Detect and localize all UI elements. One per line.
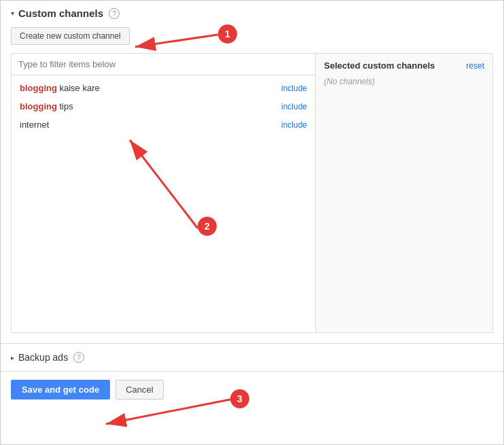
save-button[interactable]: Save and get code xyxy=(11,380,110,399)
backup-help-icon[interactable]: ? xyxy=(73,352,84,363)
collapse-arrow-icon[interactable]: ▾ xyxy=(11,10,14,17)
bottom-bar: Save and get code Cancel xyxy=(1,372,503,408)
channel-name-2: blogging tips xyxy=(20,101,73,111)
right-panel: Selected custom channels reset (No chann… xyxy=(316,54,492,332)
right-panel-header: Selected custom channels reset xyxy=(324,60,484,71)
include-link-2[interactable]: include xyxy=(281,102,307,111)
no-channels-label: (No channels) xyxy=(324,77,375,86)
help-icon[interactable]: ? xyxy=(109,8,120,19)
backup-header: ▸ Backup ads ? xyxy=(11,352,493,363)
list-item: blogging kaise kare include xyxy=(12,79,315,97)
page-wrapper: 1 2 3 ▾ Custom channels ? Create new cus… xyxy=(0,0,504,445)
right-panel-title: Selected custom channels xyxy=(324,60,435,71)
left-panel: blogging kaise kare include blogging tip… xyxy=(12,54,316,332)
channel-list: blogging kaise kare include blogging tip… xyxy=(12,75,315,137)
channel-name-1: blogging kaise kare xyxy=(20,83,100,93)
include-link-1[interactable]: include xyxy=(281,84,307,93)
highlight-2: blogging xyxy=(20,101,57,111)
custom-channels-section: ▾ Custom channels ? Create new custom ch… xyxy=(1,1,503,344)
section-header: ▾ Custom channels ? xyxy=(11,7,493,19)
rest-2: tips xyxy=(57,101,73,111)
include-link-3[interactable]: include xyxy=(281,120,307,130)
reset-link[interactable]: reset xyxy=(466,61,484,71)
list-item: blogging tips include xyxy=(12,97,315,115)
section-title: Custom channels xyxy=(18,7,103,19)
channels-layout: blogging kaise kare include blogging tip… xyxy=(11,53,493,333)
highlight-1: blogging xyxy=(20,83,57,93)
rest-1: kaise kare xyxy=(57,83,100,93)
create-channel-button[interactable]: Create new custom channel xyxy=(11,27,130,45)
list-item: internet include xyxy=(12,115,315,134)
channel-name-3: internet xyxy=(20,120,49,130)
rest-3: internet xyxy=(20,120,49,130)
filter-input[interactable] xyxy=(12,54,315,75)
backup-ads-title: Backup ads xyxy=(18,352,68,363)
cancel-button[interactable]: Cancel xyxy=(115,380,163,399)
expand-arrow-icon[interactable]: ▸ xyxy=(11,354,14,361)
backup-ads-section: ▸ Backup ads ? xyxy=(1,344,503,372)
